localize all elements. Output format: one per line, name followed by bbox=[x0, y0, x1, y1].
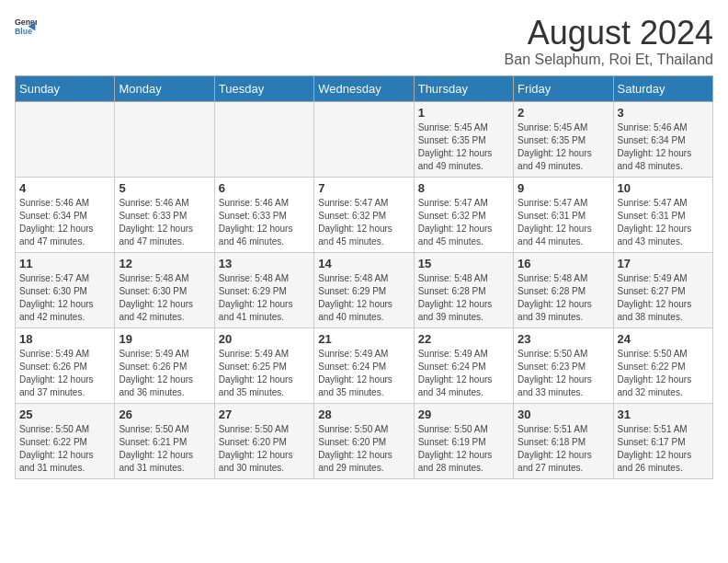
calendar-cell: 31Sunrise: 5:51 AM Sunset: 6:17 PM Dayli… bbox=[613, 403, 712, 478]
day-info: Sunrise: 5:48 AM Sunset: 6:28 PM Dayligh… bbox=[518, 272, 609, 324]
day-header-monday: Monday bbox=[115, 75, 214, 101]
calendar-cell: 30Sunrise: 5:51 AM Sunset: 6:18 PM Dayli… bbox=[514, 403, 613, 478]
calendar-cell: 2Sunrise: 5:45 AM Sunset: 6:35 PM Daylig… bbox=[514, 101, 613, 177]
day-info: Sunrise: 5:49 AM Sunset: 6:27 PM Dayligh… bbox=[618, 272, 709, 324]
calendar-body: 1Sunrise: 5:45 AM Sunset: 6:35 PM Daylig… bbox=[16, 101, 713, 478]
day-info: Sunrise: 5:45 AM Sunset: 6:35 PM Dayligh… bbox=[518, 121, 609, 173]
day-info: Sunrise: 5:48 AM Sunset: 6:28 PM Dayligh… bbox=[418, 272, 509, 324]
day-header-thursday: Thursday bbox=[414, 75, 513, 101]
day-header-saturday: Saturday bbox=[613, 75, 712, 101]
day-header-tuesday: Tuesday bbox=[214, 75, 313, 101]
calendar-week-2: 4Sunrise: 5:46 AM Sunset: 6:34 PM Daylig… bbox=[16, 177, 713, 252]
day-header-sunday: Sunday bbox=[16, 75, 115, 101]
day-info: Sunrise: 5:50 AM Sunset: 6:20 PM Dayligh… bbox=[219, 423, 310, 475]
day-header-wednesday: Wednesday bbox=[314, 75, 414, 101]
calendar-cell: 9Sunrise: 5:47 AM Sunset: 6:31 PM Daylig… bbox=[514, 177, 613, 252]
main-title: August 2024 bbox=[505, 15, 713, 52]
day-info: Sunrise: 5:49 AM Sunset: 6:25 PM Dayligh… bbox=[219, 348, 310, 399]
day-number: 23 bbox=[518, 332, 609, 346]
calendar-cell: 25Sunrise: 5:50 AM Sunset: 6:22 PM Dayli… bbox=[16, 403, 115, 478]
day-number: 16 bbox=[518, 257, 609, 270]
calendar-cell: 17Sunrise: 5:49 AM Sunset: 6:27 PM Dayli… bbox=[613, 252, 712, 327]
calendar-week-3: 11Sunrise: 5:47 AM Sunset: 6:30 PM Dayli… bbox=[16, 252, 713, 327]
day-info: Sunrise: 5:46 AM Sunset: 6:33 PM Dayligh… bbox=[219, 197, 310, 248]
day-info: Sunrise: 5:51 AM Sunset: 6:17 PM Dayligh… bbox=[618, 423, 709, 475]
day-info: Sunrise: 5:48 AM Sunset: 6:30 PM Dayligh… bbox=[119, 272, 210, 324]
day-info: Sunrise: 5:46 AM Sunset: 6:33 PM Dayligh… bbox=[119, 197, 210, 248]
day-info: Sunrise: 5:47 AM Sunset: 6:32 PM Dayligh… bbox=[418, 197, 509, 248]
day-info: Sunrise: 5:47 AM Sunset: 6:30 PM Dayligh… bbox=[19, 272, 110, 324]
day-number: 3 bbox=[618, 106, 709, 120]
day-number: 1 bbox=[418, 106, 509, 120]
day-number: 26 bbox=[119, 408, 210, 421]
calendar-cell: 13Sunrise: 5:48 AM Sunset: 6:29 PM Dayli… bbox=[214, 252, 313, 327]
day-info: Sunrise: 5:49 AM Sunset: 6:26 PM Dayligh… bbox=[119, 348, 210, 399]
day-info: Sunrise: 5:50 AM Sunset: 6:22 PM Dayligh… bbox=[618, 348, 709, 399]
calendar-cell: 15Sunrise: 5:48 AM Sunset: 6:28 PM Dayli… bbox=[414, 252, 513, 327]
day-number: 25 bbox=[19, 408, 110, 421]
subtitle: Ban Selaphum, Roi Et, Thailand bbox=[505, 52, 713, 68]
day-info: Sunrise: 5:50 AM Sunset: 6:21 PM Dayligh… bbox=[119, 423, 210, 475]
calendar-cell: 29Sunrise: 5:50 AM Sunset: 6:19 PM Dayli… bbox=[414, 403, 513, 478]
day-info: Sunrise: 5:49 AM Sunset: 6:24 PM Dayligh… bbox=[418, 348, 509, 399]
day-number: 21 bbox=[318, 332, 409, 346]
calendar-cell: 22Sunrise: 5:49 AM Sunset: 6:24 PM Dayli… bbox=[414, 327, 513, 403]
day-info: Sunrise: 5:49 AM Sunset: 6:24 PM Dayligh… bbox=[318, 348, 409, 399]
day-number: 29 bbox=[418, 408, 509, 421]
calendar-cell bbox=[214, 101, 313, 177]
day-number: 15 bbox=[418, 257, 509, 270]
calendar-cell: 7Sunrise: 5:47 AM Sunset: 6:32 PM Daylig… bbox=[314, 177, 414, 252]
day-number: 8 bbox=[418, 181, 509, 195]
calendar-cell bbox=[314, 101, 414, 177]
day-info: Sunrise: 5:50 AM Sunset: 6:23 PM Dayligh… bbox=[518, 348, 609, 399]
calendar-week-4: 18Sunrise: 5:49 AM Sunset: 6:26 PM Dayli… bbox=[16, 327, 713, 403]
day-info: Sunrise: 5:47 AM Sunset: 6:31 PM Dayligh… bbox=[518, 197, 609, 248]
title-section: August 2024 Ban Selaphum, Roi Et, Thaila… bbox=[505, 15, 713, 68]
calendar-cell bbox=[16, 101, 115, 177]
logo-icon: General Blue bbox=[15, 15, 37, 37]
calendar-cell: 18Sunrise: 5:49 AM Sunset: 6:26 PM Dayli… bbox=[16, 327, 115, 403]
day-info: Sunrise: 5:48 AM Sunset: 6:29 PM Dayligh… bbox=[318, 272, 409, 324]
day-number: 31 bbox=[618, 408, 709, 421]
day-number: 19 bbox=[119, 332, 210, 346]
calendar-week-5: 25Sunrise: 5:50 AM Sunset: 6:22 PM Dayli… bbox=[16, 403, 713, 478]
day-number: 14 bbox=[318, 257, 409, 270]
day-number: 2 bbox=[518, 106, 609, 120]
calendar-cell: 24Sunrise: 5:50 AM Sunset: 6:22 PM Dayli… bbox=[613, 327, 712, 403]
day-number: 4 bbox=[19, 181, 110, 195]
day-number: 24 bbox=[618, 332, 709, 346]
day-info: Sunrise: 5:46 AM Sunset: 6:34 PM Dayligh… bbox=[618, 121, 709, 173]
logo: General Blue bbox=[15, 15, 37, 37]
calendar-table: SundayMondayTuesdayWednesdayThursdayFrid… bbox=[15, 75, 713, 479]
day-number: 11 bbox=[19, 257, 110, 270]
day-number: 18 bbox=[19, 332, 110, 346]
day-number: 28 bbox=[318, 408, 409, 421]
day-info: Sunrise: 5:51 AM Sunset: 6:18 PM Dayligh… bbox=[518, 423, 609, 475]
day-info: Sunrise: 5:46 AM Sunset: 6:34 PM Dayligh… bbox=[19, 197, 110, 248]
calendar-cell: 20Sunrise: 5:49 AM Sunset: 6:25 PM Dayli… bbox=[214, 327, 313, 403]
day-number: 17 bbox=[618, 257, 709, 270]
calendar-cell: 6Sunrise: 5:46 AM Sunset: 6:33 PM Daylig… bbox=[214, 177, 313, 252]
calendar-cell: 10Sunrise: 5:47 AM Sunset: 6:31 PM Dayli… bbox=[613, 177, 712, 252]
calendar-cell: 21Sunrise: 5:49 AM Sunset: 6:24 PM Dayli… bbox=[314, 327, 414, 403]
calendar-cell: 11Sunrise: 5:47 AM Sunset: 6:30 PM Dayli… bbox=[16, 252, 115, 327]
calendar-cell: 1Sunrise: 5:45 AM Sunset: 6:35 PM Daylig… bbox=[414, 101, 513, 177]
calendar-cell bbox=[115, 101, 214, 177]
calendar-cell: 27Sunrise: 5:50 AM Sunset: 6:20 PM Dayli… bbox=[214, 403, 313, 478]
day-number: 7 bbox=[318, 181, 409, 195]
calendar-cell: 3Sunrise: 5:46 AM Sunset: 6:34 PM Daylig… bbox=[613, 101, 712, 177]
day-info: Sunrise: 5:47 AM Sunset: 6:31 PM Dayligh… bbox=[618, 197, 709, 248]
day-number: 12 bbox=[119, 257, 210, 270]
calendar-cell: 26Sunrise: 5:50 AM Sunset: 6:21 PM Dayli… bbox=[115, 403, 214, 478]
day-info: Sunrise: 5:45 AM Sunset: 6:35 PM Dayligh… bbox=[418, 121, 509, 173]
day-info: Sunrise: 5:50 AM Sunset: 6:22 PM Dayligh… bbox=[19, 423, 110, 475]
day-number: 10 bbox=[618, 181, 709, 195]
day-info: Sunrise: 5:50 AM Sunset: 6:20 PM Dayligh… bbox=[318, 423, 409, 475]
header: General Blue August 2024 Ban Selaphum, R… bbox=[15, 15, 713, 68]
calendar-cell: 5Sunrise: 5:46 AM Sunset: 6:33 PM Daylig… bbox=[115, 177, 214, 252]
calendar-cell: 12Sunrise: 5:48 AM Sunset: 6:30 PM Dayli… bbox=[115, 252, 214, 327]
day-number: 30 bbox=[518, 408, 609, 421]
svg-text:Blue: Blue bbox=[15, 27, 32, 36]
day-number: 6 bbox=[219, 181, 310, 195]
calendar-cell: 4Sunrise: 5:46 AM Sunset: 6:34 PM Daylig… bbox=[16, 177, 115, 252]
